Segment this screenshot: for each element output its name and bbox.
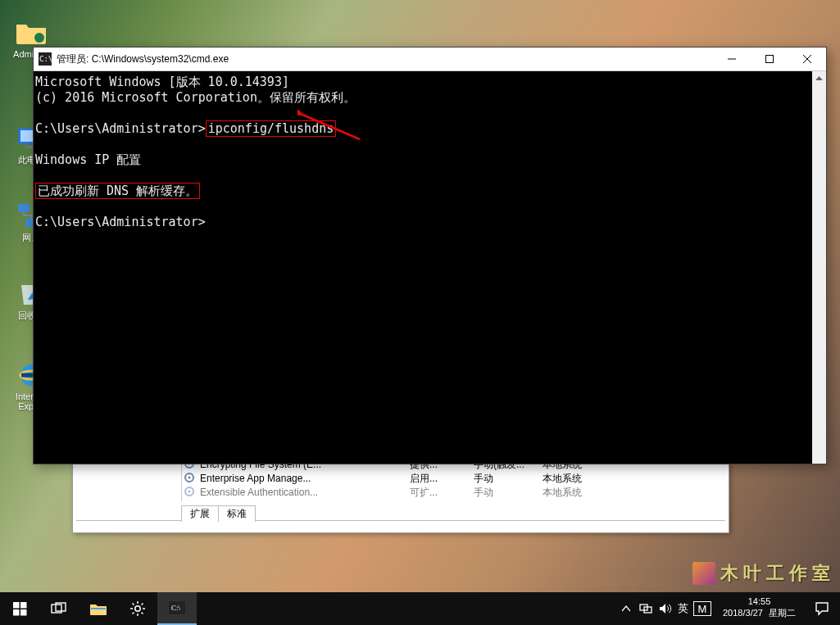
close-button[interactable] bbox=[788, 48, 826, 71]
service-row[interactable]: Enterprise App Manage... 启用... 手动 本地系统 bbox=[184, 472, 724, 486]
start-button[interactable] bbox=[0, 592, 39, 625]
service-desc: 可扩... bbox=[410, 486, 474, 500]
terminal-area[interactable]: Microsoft Windows [版本 10.0.14393] (c) 20… bbox=[34, 71, 812, 464]
maximize-button[interactable] bbox=[751, 48, 788, 71]
svg-rect-1 bbox=[37, 36, 42, 41]
svg-rect-21 bbox=[20, 609, 27, 616]
service-logon: 本地系统 bbox=[543, 472, 611, 486]
service-row[interactable]: Extensible Authentication... 可扩... 手动 本地… bbox=[184, 486, 724, 500]
clock-date: 2018/3/27 bbox=[723, 607, 763, 618]
highlighted-command: ipconfig/flushdns bbox=[206, 120, 337, 137]
taskbar-clock[interactable]: 14:55 2018/3/27 星期二 bbox=[715, 592, 804, 625]
action-center-button[interactable] bbox=[804, 592, 840, 625]
term-line: Microsoft Windows [版本 10.0.14393] bbox=[35, 75, 807, 90]
taskbar-spacer bbox=[197, 592, 616, 625]
ime-mode[interactable]: M bbox=[693, 601, 711, 616]
service-desc: 启用... bbox=[410, 472, 474, 486]
ime-language[interactable]: 英 bbox=[675, 592, 690, 625]
watermark-text: 木 叶 工 作 室 bbox=[720, 561, 830, 586]
taskview-button[interactable] bbox=[39, 592, 79, 625]
svg-rect-19 bbox=[20, 602, 27, 609]
svg-rect-5 bbox=[18, 204, 30, 212]
service-mode: 手动 bbox=[474, 472, 543, 486]
clock-time: 14:55 bbox=[723, 596, 796, 607]
tab-separator bbox=[76, 520, 725, 521]
service-mode: 手动 bbox=[474, 486, 543, 500]
svg-point-25 bbox=[135, 606, 140, 611]
svg-point-13 bbox=[188, 477, 191, 479]
term-line: (c) 2016 Microsoft Corporation。保留所有权利。 bbox=[35, 90, 807, 106]
highlighted-result: 已成功刷新 DNS 解析缓存。 bbox=[35, 183, 200, 199]
system-tray[interactable]: 英 M bbox=[616, 592, 715, 625]
taskbar-settings[interactable] bbox=[118, 592, 157, 625]
svg-text:C:\: C:\ bbox=[171, 604, 181, 612]
term-prompt: C:\Users\Administrator> bbox=[35, 215, 807, 230]
prompt: C:\Users\Administrator> bbox=[35, 121, 206, 136]
window-title: 管理员: C:\Windows\system32\cmd.exe bbox=[57, 52, 713, 66]
term-line: Windows IP 配置 bbox=[35, 152, 807, 168]
svg-rect-20 bbox=[13, 609, 20, 616]
watermark-icon bbox=[692, 562, 715, 585]
cmd-window[interactable]: 管理员: C:\Windows\system32\cmd.exe Microso… bbox=[33, 47, 827, 464]
taskbar[interactable]: C:\ 英 M 14:55 2018/3/27 星期二 bbox=[0, 592, 840, 625]
clock-weekday: 星期二 bbox=[769, 607, 796, 618]
service-logon: 本地系统 bbox=[543, 486, 611, 500]
tray-up-icon[interactable] bbox=[616, 592, 636, 625]
svg-point-15 bbox=[188, 491, 191, 493]
tray-volume-icon[interactable] bbox=[656, 592, 675, 625]
term-prompt-line: C:\Users\Administrator>ipconfig/flushdns bbox=[35, 121, 807, 137]
tab-extended[interactable]: 扩展 bbox=[181, 505, 218, 522]
titlebar[interactable]: 管理员: C:\Windows\system32\cmd.exe bbox=[34, 48, 826, 71]
svg-rect-16 bbox=[766, 56, 774, 63]
term-success-line: 已成功刷新 DNS 解析缓存。 bbox=[35, 183, 807, 199]
svg-rect-24 bbox=[91, 608, 106, 609]
service-name: Enterprise App Manage... bbox=[200, 472, 410, 486]
scrollbar[interactable] bbox=[812, 71, 826, 464]
gear-icon bbox=[184, 486, 197, 500]
services-window[interactable]: Encrypting File System (E... 提供... 手动(触发… bbox=[72, 455, 729, 533]
cmd-icon bbox=[39, 52, 52, 66]
taskbar-explorer[interactable] bbox=[79, 592, 118, 625]
gear-icon bbox=[184, 472, 197, 486]
tray-network-icon[interactable] bbox=[636, 592, 656, 625]
watermark: 木 叶 工 作 室 bbox=[692, 561, 830, 586]
taskbar-cmd[interactable]: C:\ bbox=[157, 592, 197, 625]
svg-rect-18 bbox=[13, 602, 20, 609]
minimize-button[interactable] bbox=[713, 48, 751, 71]
service-name: Extensible Authentication... bbox=[200, 486, 410, 500]
tab-standard[interactable]: 标准 bbox=[218, 505, 256, 522]
